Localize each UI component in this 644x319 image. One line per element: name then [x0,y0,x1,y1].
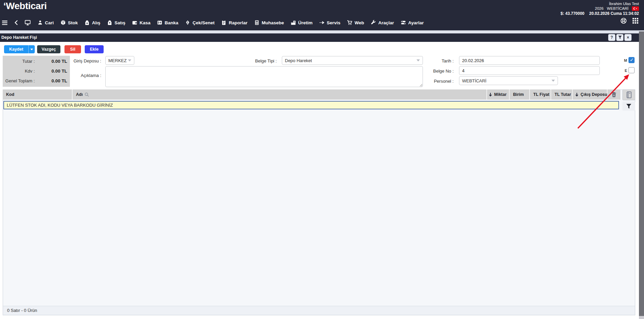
menu-stok[interactable]: Stok [60,20,78,26]
chevron-down-icon [417,59,420,61]
sliders-icon [400,20,406,26]
grid-status-bar: 0 Satır - 0 Ürün [3,306,635,315]
col-miktar[interactable]: Miktar [487,89,510,100]
page-title: Depo Hareket Fişi [1,35,37,40]
belge-no-input[interactable] [459,66,600,75]
apps-grid-icon[interactable] [632,18,639,25]
filter-icon[interactable] [616,34,623,41]
delete-row-column[interactable] [608,89,620,100]
cancel-button[interactable]: Vazgeç [37,45,60,53]
brand-logo: ʻWebticari [3,1,47,11]
stock-search-input[interactable] [3,101,619,109]
menu-servis[interactable]: Servis [319,20,341,26]
save-split-button: Kaydet [4,45,35,53]
row-count: 0 Satır - 0 Ürün [7,308,37,313]
search-icon [84,92,89,97]
cart-icon [347,20,353,26]
date-time: 20.02.2026 Cuma 11:34:02 [589,11,639,16]
m-checkbox-label: M [622,58,627,62]
col-tl-fiyat[interactable]: TL Fiyat [530,89,551,100]
notebook-icon [625,91,632,99]
sort-down-icon [488,92,492,97]
chevron-down-icon [552,80,555,82]
divider-strip [0,30,644,33]
chevron-down-icon [128,59,131,61]
grid-header: Kod Adı Miktar Birim TL Fiyat TL Tutar Ç… [3,89,620,100]
menu-cek-senet[interactable]: Çek/Senet [185,20,214,26]
wallet-icon [132,20,138,26]
clipboard-icon [221,20,227,26]
belge-tipi-label: Belge Tipi : [246,58,277,63]
scrollbar-corner [639,316,644,319]
tarih-input[interactable] [459,56,600,65]
hamburger-icon[interactable] [2,20,8,25]
add-button[interactable]: Ekle [85,45,104,53]
col-adi[interactable]: Adı [73,89,487,100]
notebook-button[interactable] [622,89,635,100]
menu-raporlar[interactable]: Raporlar [221,20,248,26]
pen-nib-icon [185,20,190,26]
cube-icon [60,20,66,26]
menu-web[interactable]: Web [347,20,364,26]
filter-icon [626,103,632,109]
exchange-rate: $: 43.770000 [561,11,585,16]
e-checkbox[interactable] [628,67,635,73]
stock-grid [3,89,635,315]
menu-muhasebe[interactable]: Muhasebe [254,20,284,26]
close-button[interactable]: × [624,34,632,41]
menu-cari[interactable]: Cari [37,20,54,26]
help-button[interactable]: ? [608,34,615,41]
genel-toplam-value: 0.00 TL [35,78,67,83]
aciklama-textarea[interactable] [105,66,423,87]
belge-tipi-select[interactable]: Depo Hareket [282,56,423,65]
sales-bag-icon [107,20,112,26]
sort-down-icon [575,92,579,97]
giris-deposu-select[interactable]: MERKEZ [105,56,134,65]
aciklama-label: Açıklama : [71,73,101,78]
tutar-label: Tutar : [3,59,35,64]
menu-ayarlar[interactable]: Ayarlar [400,20,424,26]
factory-icon [290,20,296,26]
window-titlebar: Depo Hareket Fişi ? × [0,33,639,42]
menu-satis[interactable]: Satış [107,20,125,26]
company-name: WEBTİCARİ [607,6,628,11]
monitor-icon[interactable] [25,20,31,25]
e-checkbox-label: E [622,69,627,73]
col-tl-tutar[interactable]: TL Tutar [551,89,573,100]
calculator-icon [254,20,260,26]
col-kod[interactable]: Kod [3,89,73,100]
personel-select[interactable]: WEBTİCARİ [459,76,558,85]
menu-alis[interactable]: Alış [84,20,101,26]
wrench-icon [371,20,376,26]
vertical-scrollbar[interactable] [639,31,644,316]
personel-label: Personel : [423,79,454,84]
menu-araclar[interactable]: Araçlar [371,20,394,26]
user-name: İbrahim Ulas Test [561,1,639,6]
giris-deposu-label: Giriş Deposu : [71,58,101,63]
totals-panel: Tutar : 0.00 TL Kdv : 0.00 TL Genel Topl… [3,56,70,87]
col-birim[interactable]: Birim [510,89,530,100]
kdv-value: 0.00 TL [35,69,67,74]
main-menu: Cari Stok Alış Satış Kasa Banka Çek/Sene… [2,16,424,29]
support-wheel-icon[interactable] [620,18,627,25]
back-icon[interactable] [14,20,18,25]
genel-toplam-label: Genel Toplam : [3,78,35,83]
save-button[interactable]: Kaydet [4,45,28,53]
purchase-bag-icon [84,20,90,26]
chevron-down-icon [30,49,33,50]
m-checkbox[interactable] [628,57,635,63]
menu-kasa[interactable]: Kasa [132,20,151,26]
tutar-value: 0.00 TL [35,59,67,64]
menu-uretim[interactable]: Üretim [290,20,313,26]
flag-icon[interactable] [632,6,639,11]
save-dropdown-toggle[interactable] [28,45,35,53]
filter-button[interactable] [622,102,635,111]
belge-no-label: Belge No : [423,69,454,74]
menu-banka[interactable]: Banka [157,20,179,26]
service-arrow-icon [319,20,325,26]
tarih-label: Tarih : [423,58,454,63]
user-info: İbrahim Ulas Test 2026 WEBTİCARİ $: 43.7… [561,1,639,16]
delete-button[interactable]: Sil [64,45,81,53]
col-cikis-deposu[interactable]: Çıkış Deposu [573,89,608,100]
kdv-label: Kdv : [3,69,35,74]
